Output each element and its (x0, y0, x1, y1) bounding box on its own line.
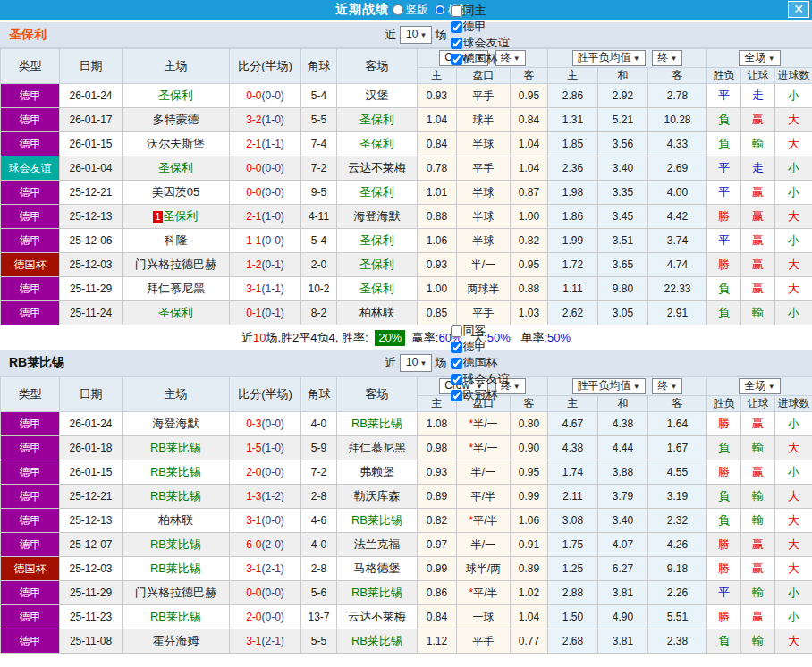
avg-draw-cell: 3.56 (598, 132, 648, 156)
away-team-name: 马格德堡 (354, 561, 401, 575)
handicap-cell: 半球 (457, 181, 511, 205)
avg-draw-cell: 4.44 (598, 436, 648, 460)
handicap-result-cell: 輸 (741, 581, 775, 605)
handicap-result-cell: 輸 (741, 629, 775, 654)
avg-dropdown[interactable]: 胜平负均值 (572, 50, 646, 66)
winloss-result-cell: 負 (707, 277, 741, 301)
odds-away-cell: 0.82 (511, 229, 548, 253)
away-team-name: 圣保利 (359, 258, 394, 271)
handicap-value: 半球 (473, 186, 495, 198)
match-count-select[interactable]: 10 (400, 26, 432, 44)
filter-bar: 近 10 场 同主德甲球会友谊德国杯 (385, 3, 510, 67)
home-team-cell: RB莱比锡 (123, 460, 230, 485)
avg-draw-cell: 3.81 (598, 581, 648, 605)
goals-result-cell: 大 (775, 557, 812, 581)
filter-checkbox-德甲[interactable] (451, 342, 462, 353)
handicap-value: 平手 (473, 89, 495, 102)
fulltime-score: 3-1 (246, 562, 261, 575)
handicap-cell: 球半 (457, 108, 511, 132)
corner-cell: 4-6 (301, 509, 337, 533)
avg-final-dropdown[interactable]: 终 (652, 378, 682, 394)
filter-checkbox-德国杯[interactable] (451, 54, 462, 65)
home-team-name: 美因茨05 (152, 185, 199, 198)
summary-record: 场,胜2平4负4, 胜率: (266, 331, 368, 344)
avg-away-cell: 2.26 (648, 581, 707, 605)
col-odds-away: 客 (511, 68, 548, 84)
match-row: 德甲26-01-15RB莱比锡2-0(0-0)7-2弗赖堡0.93半/一0.95… (1, 460, 812, 485)
league-badge-cell: 德甲 (1, 277, 60, 301)
away-team-name: RB莱比锡 (351, 513, 402, 527)
match-count-select[interactable]: 10 (400, 354, 432, 372)
avg-away-cell: 4.00 (648, 181, 707, 205)
away-team-name: 柏林联 (359, 306, 394, 319)
close-icon[interactable]: ✕ (788, 1, 809, 18)
team-name: RB莱比锡 (9, 355, 64, 371)
odds-home-cell: 0.85 (418, 301, 457, 325)
filter-checkbox-球会友谊[interactable] (451, 374, 462, 385)
col-home: 主场 (123, 377, 230, 412)
filter-checkbox-德甲[interactable] (451, 21, 462, 33)
away-team-cell: 圣保利 (337, 181, 418, 205)
date-cell: 25-12-07 (60, 533, 123, 557)
handicap-value: 平/半 (471, 490, 495, 502)
match-row: 德甲25-12-06科隆1-1(0-0)5-4圣保利1.06半球0.821.99… (1, 229, 812, 253)
score-cell: 3-1(2-1) (230, 629, 301, 654)
home-team-name: RB莱比锡 (150, 537, 201, 551)
handicap-cell: 平手 (457, 629, 511, 654)
date-cell: 25-12-03 (60, 253, 123, 277)
avg-home-cell: 2.86 (548, 84, 598, 108)
winloss-result-cell: 平 (707, 581, 741, 605)
fulltime-score: 2-0 (246, 466, 261, 478)
corner-cell: 8-2 (301, 301, 337, 325)
home-team-name: 圣保利 (164, 209, 199, 223)
league-badge-cell: 德甲 (1, 533, 60, 557)
filter-label: 球会友谊 (463, 371, 510, 387)
handicap-result-cell: 赢 (741, 229, 775, 253)
halftime-score: (0-0) (262, 587, 284, 599)
filter-checkbox-球会友谊[interactable] (451, 38, 462, 49)
winloss-result-cell: 勝 (707, 605, 741, 629)
filter-checkbox-欧冠杯[interactable] (451, 390, 462, 401)
corner-cell: 9-5 (301, 181, 337, 205)
score-cell: 0-0(0-0) (230, 181, 301, 205)
handicap-cell: *半/一 (457, 412, 511, 436)
avg-away-cell: 22.33 (648, 277, 707, 301)
corner-cell: 5-5 (301, 108, 337, 132)
halftime-score: (0-0) (262, 466, 284, 478)
corner-cell: 7-4 (301, 132, 337, 156)
score-cell: 0-0(0-0) (230, 581, 301, 605)
avg-draw-cell: 3.81 (598, 629, 648, 654)
fulltime-score: 0-0 (246, 162, 261, 174)
match-row: 德甲25-12-131圣保利2-1(1-0)4-11海登海默0.88半球1.00… (1, 205, 812, 229)
filter-option: 德国杯 (447, 51, 510, 67)
avg-draw-cell: 3.40 (598, 509, 648, 533)
filter-label: 同客 (463, 323, 486, 339)
col-winloss: 胜负 (707, 396, 741, 412)
winloss-result-cell: 負 (707, 108, 741, 132)
fulltime-dropdown[interactable]: 全场 (739, 50, 780, 66)
filter-checkbox-同主[interactable] (451, 5, 462, 17)
filter-option: 德甲 (447, 19, 510, 35)
filter-checkbox-同客[interactable] (451, 325, 462, 337)
date-cell: 25-12-13 (60, 509, 123, 533)
winloss-result-cell: 平 (707, 156, 741, 181)
home-team-name: RB莱比锡 (150, 489, 201, 502)
corner-cell: 7-2 (301, 460, 337, 485)
avg-home-cell: 2.62 (548, 301, 598, 325)
halftime-score: (1-1) (262, 283, 284, 295)
avg-final-dropdown[interactable]: 终 (652, 50, 682, 66)
away-team-cell: RB莱比锡 (337, 509, 418, 533)
fulltime-dropdown[interactable]: 全场 (739, 378, 780, 394)
goals-result-cell: 小 (775, 156, 812, 181)
fulltime-score: 2-1 (246, 138, 261, 150)
league-badge-cell: 德甲 (1, 205, 60, 229)
odds-away-cell: 0.88 (511, 277, 548, 301)
odds-home-cell: 1.01 (418, 181, 457, 205)
date-cell: 26-01-15 (60, 460, 123, 485)
handicap-value: 半球 (473, 138, 495, 150)
odds-away-cell: 1.03 (511, 301, 548, 325)
avg-dropdown[interactable]: 胜平负均值 (572, 378, 646, 394)
league-badge-cell: 德甲 (1, 229, 60, 253)
filter-checkbox-德国杯[interactable] (451, 358, 462, 369)
filter-option: 欧冠杯 (447, 387, 510, 403)
